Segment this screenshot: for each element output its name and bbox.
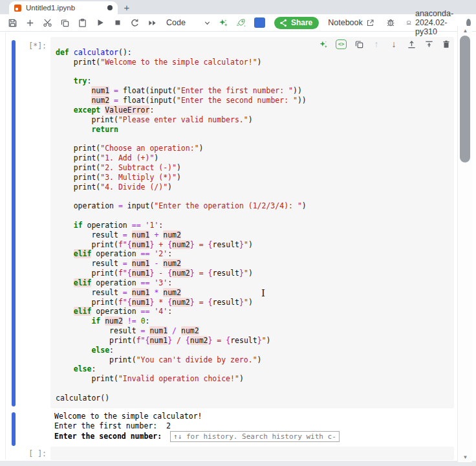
scrollbar-thumb[interactable] [460,36,470,162]
empty-cell-prompt: [ ]: [0,449,47,458]
rocket-launch-button[interactable] [236,18,246,28]
share-button[interactable]: Share [274,17,319,29]
interrupt-kernel-button[interactable] [113,18,122,28]
notebook-toolbar: Code Share Notebook anaconda-2024.02-py3… [0,14,476,32]
browser-tab-bar: Untitled1.ipynb + [0,0,476,14]
table-of-contents-button[interactable] [254,17,265,28]
mouse-ibeam-cursor: I [261,289,265,298]
stdout-lines: Welcome to the simple calculator!Enter t… [54,412,449,430]
laptop-icon [406,18,411,27]
notebook-favicon-icon [14,5,21,12]
window-bottom-edge [0,461,476,466]
delete-cell-button[interactable] [441,39,451,49]
output-collapser[interactable] [12,412,16,446]
notebook-link-label: Notebook [328,18,363,27]
code-content: def calculator(): print("Welcome to the … [56,48,449,403]
run-cell-button[interactable] [95,18,105,28]
restart-kernel-button[interactable] [130,18,140,28]
stdin-row: Enter the second number: [54,431,449,442]
stdin-prompt: Enter the second number: [54,432,166,441]
share-button-label: Share [291,18,312,27]
kernel-environment-label: anaconda-2024.02-py310 [415,9,462,36]
cell-toolbar: <> ↑ ↓ [318,39,451,49]
cell-output: Welcome to the simple calculator!Enter t… [54,412,449,442]
debugger-bug-button[interactable] [386,18,396,28]
content-left-edge [5,32,6,460]
browser-tab[interactable]: Untitled1.ipynb [9,1,118,14]
cut-cells-button[interactable] [43,18,52,28]
scrollbar-up-arrow-icon[interactable]: ▲ [458,28,473,34]
scrollbar-down-arrow-icon[interactable]: ▼ [458,454,473,460]
restart-run-all-button[interactable] [147,18,157,28]
cell-type-code-badge[interactable]: <> [336,39,347,49]
insert-cell-button[interactable] [25,18,35,28]
move-cell-up-button[interactable]: ↑ [371,39,382,49]
unsaved-changes-dot-icon [107,5,113,10]
paste-cells-button[interactable] [78,18,87,28]
cell-collapser[interactable] [12,40,16,406]
new-tab-button[interactable]: + [120,1,133,14]
move-cell-down-button[interactable]: ↓ [389,39,399,49]
copy-cells-button[interactable] [60,18,70,28]
cell-type-chevron-down-icon[interactable] [202,18,212,28]
external-link-icon [366,19,374,27]
tab-title: Untitled1.ipynb [26,4,107,12]
insert-cell-above-button[interactable] [406,39,416,49]
cell-ai-sparkle-button[interactable] [318,39,329,49]
vertical-scrollbar[interactable]: ▲ ▼ [457,26,472,462]
notebook-window: Untitled1.ipynb + [0,0,476,466]
code-editor[interactable]: def calculator(): print("Welcome to the … [50,37,454,408]
save-button[interactable] [8,18,17,28]
duplicate-cell-button[interactable] [354,39,364,49]
cell-type-dropdown[interactable]: Code [166,18,186,27]
empty-code-editor[interactable] [50,447,454,460]
cell-input-prompt: [*]: [0,41,47,50]
notebook-link[interactable]: Notebook [328,18,374,27]
ai-sparkle-button[interactable] [219,18,228,28]
insert-cell-below-button[interactable] [424,39,434,49]
stdin-input[interactable] [170,431,340,442]
kernel-environment-selector[interactable]: anaconda-2024.02-py310 [406,9,462,36]
